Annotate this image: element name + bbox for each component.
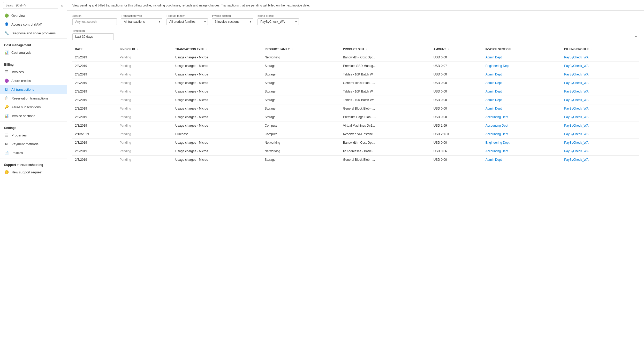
cell-invoice-id: Pending xyxy=(117,96,173,104)
cell-product-sku: General Block Blob - ... xyxy=(340,79,431,87)
cell-billing-profile[interactable]: PayByCheck_WA xyxy=(562,139,639,147)
cell-amount: USD 0.00 xyxy=(431,156,483,164)
cell-billing-profile[interactable]: PayByCheck_WA xyxy=(562,87,639,96)
cell-invoice-id: Pending xyxy=(117,156,173,164)
col-product-family[interactable]: PRODUCT FAMILY ↕ xyxy=(262,45,340,53)
col-product-sku[interactable]: PRODUCT SKU ↕ xyxy=(340,45,431,53)
table-row[interactable]: 2/3/2019PendingUsage charges - MicrosSto… xyxy=(72,96,639,104)
cell-product-family: Storage xyxy=(262,104,340,113)
cell-product-sku: Premium SSD Manag... xyxy=(340,62,431,70)
cell-billing-profile[interactable]: PayByCheck_WA xyxy=(562,79,639,87)
search-input[interactable] xyxy=(3,2,58,9)
cell-billing-profile[interactable]: PayByCheck_WA xyxy=(562,156,639,164)
cell-billing-profile[interactable]: PayByCheck_WA xyxy=(562,104,639,113)
cell-date: 2/3/2019 xyxy=(72,87,117,96)
table-row[interactable]: 2/3/2019PendingUsage charges - MicrosNet… xyxy=(72,147,639,156)
cell-invoice-section[interactable]: Accounting Dept xyxy=(483,130,562,139)
sidebar-item-properties[interactable]: ☰ Properties xyxy=(0,131,67,140)
cell-product-sku: Bandwidth - Cost Opt... xyxy=(340,53,431,62)
cell-invoice-id: Pending xyxy=(117,62,173,70)
cell-invoice-section[interactable]: Admin Dept xyxy=(483,70,562,79)
table-row[interactable]: 2/3/2019PendingUsage charges - MicrosSto… xyxy=(72,104,639,113)
sidebar-item-label: Payment methods xyxy=(11,142,39,146)
cell-date: 2/3/2019 xyxy=(72,70,117,79)
cell-invoice-section[interactable]: Accounting Dept xyxy=(483,121,562,130)
page-description: View pending and billed transactions for… xyxy=(67,0,644,11)
cell-invoice-section[interactable]: Admin Dept xyxy=(483,87,562,96)
timespan-select[interactable]: Last 30 days xyxy=(72,33,114,40)
product-family-select-wrapper: All product families xyxy=(166,18,208,25)
cell-billing-profile[interactable]: PayByCheck_WA xyxy=(562,70,639,79)
table-row[interactable]: 2/3/2019PendingUsage charges - MicrosNet… xyxy=(72,139,639,147)
table-row[interactable]: 2/3/2019PendingUsage charges - MicrosSto… xyxy=(72,70,639,79)
sidebar-item-overview[interactable]: 🟢 Overview xyxy=(0,11,67,20)
sidebar-item-diagnose[interactable]: 🔧 Diagnose and solve problems xyxy=(0,29,67,37)
cell-invoice-section[interactable]: Accounting Dept xyxy=(483,147,562,156)
billing-profile-select[interactable]: PayByCheck_WA xyxy=(257,18,299,25)
col-transaction-type[interactable]: TRANSACTION TYPE ↕ xyxy=(173,45,262,53)
table-row[interactable]: 2/13/2019PendingPurchaseComputeReserved … xyxy=(72,130,639,139)
invoice-section-select[interactable]: 3 invoice sections xyxy=(212,18,253,25)
filters-area: Search Transaction type All transactions… xyxy=(67,11,644,43)
transaction-type-label: Transaction type xyxy=(121,14,162,17)
search-filter-group: Search xyxy=(72,14,117,25)
sidebar-item-label: New support request xyxy=(11,170,42,174)
sidebar-item-access-control[interactable]: 👤 Access control (IAM) xyxy=(0,20,67,29)
cell-billing-profile[interactable]: PayByCheck_WA xyxy=(562,62,639,70)
sidebar-item-label: Azure credits xyxy=(11,79,31,83)
sidebar-item-invoice-sections[interactable]: 📊 Invoice sections xyxy=(0,111,67,120)
sidebar-item-all-transactions[interactable]: 🖥 All transactions xyxy=(0,85,67,94)
table-row[interactable]: 2/3/2019PendingUsage charges - MicrosSto… xyxy=(72,79,639,87)
table-row[interactable]: 2/3/2019PendingUsage charges - MicrosSto… xyxy=(72,156,639,164)
collapse-button[interactable]: « xyxy=(60,2,64,9)
cell-amount: USD 0.00 xyxy=(431,104,483,113)
col-amount[interactable]: AMOUNT ↕ xyxy=(431,45,483,53)
transaction-type-select[interactable]: All transactions xyxy=(121,18,162,25)
col-invoice-id[interactable]: INVOICE ID ↕ xyxy=(117,45,173,53)
cell-invoice-id: Pending xyxy=(117,104,173,113)
table-row[interactable]: 2/3/2019PendingUsage charges - MicrosSto… xyxy=(72,62,639,70)
billing-profile-select-wrapper: PayByCheck_WA xyxy=(257,18,299,25)
cell-billing-profile[interactable]: PayByCheck_WA xyxy=(562,147,639,156)
settings-section: Settings ☰ Properties 🖥 Payment methods … xyxy=(0,122,67,157)
sidebar-item-label: Policies xyxy=(11,151,23,155)
cell-invoice-section[interactable]: Admin Dept xyxy=(483,104,562,113)
cell-billing-profile[interactable]: PayByCheck_WA xyxy=(562,53,639,62)
invoice-section-label: Invoice section xyxy=(212,14,253,17)
table-row[interactable]: 2/3/2019PendingUsage charges - MicrosCom… xyxy=(72,121,639,130)
sidebar-item-azure-credits[interactable]: 🟣 Azure credits xyxy=(0,76,67,85)
cell-invoice-section[interactable]: Admin Dept xyxy=(483,53,562,62)
cell-invoice-section[interactable]: Admin Dept xyxy=(483,79,562,87)
product-family-select[interactable]: All product families xyxy=(166,18,208,25)
cell-amount: USD 0.00 xyxy=(431,79,483,87)
sidebar-item-policies[interactable]: 📄 Policies xyxy=(0,148,67,157)
col-invoice-section[interactable]: INVOICE SECTION ↕ xyxy=(483,45,562,53)
credits-icon: 🟣 xyxy=(4,79,9,83)
table-row[interactable]: 2/3/2019PendingUsage charges - MicrosNet… xyxy=(72,53,639,62)
cell-invoice-section[interactable]: Admin Dept xyxy=(483,96,562,104)
main-content: View pending and billed transactions for… xyxy=(67,0,644,338)
cell-billing-profile[interactable]: PayByCheck_WA xyxy=(562,130,639,139)
col-date[interactable]: DATE ↕ xyxy=(72,45,117,53)
col-billing-profile[interactable]: BILLING PROFILE ↕ xyxy=(562,45,639,53)
cell-invoice-section[interactable]: Engineering Dept xyxy=(483,139,562,147)
sidebar-item-invoices[interactable]: ☰ Invoices xyxy=(0,67,67,76)
cell-invoice-section[interactable]: Engineering Dept xyxy=(483,62,562,70)
sidebar-search-area: « xyxy=(0,0,67,11)
cell-invoice-section[interactable]: Accounting Dept xyxy=(483,113,562,121)
billing-profile-label: Billing profile xyxy=(257,14,299,17)
sidebar-item-new-support[interactable]: 😊 New support request xyxy=(0,168,67,176)
table-row[interactable]: 2/3/2019PendingUsage charges - MicrosSto… xyxy=(72,113,639,121)
sidebar-item-azure-subscriptions[interactable]: 🔑 Azure subscriptions xyxy=(0,103,67,111)
table-body: 2/3/2019PendingUsage charges - MicrosNet… xyxy=(72,53,639,164)
sidebar-item-reservation-transactions[interactable]: 📋 Reservation transactions xyxy=(0,94,67,103)
cell-invoice-section[interactable]: Admin Dept xyxy=(483,156,562,164)
cell-billing-profile[interactable]: PayByCheck_WA xyxy=(562,121,639,130)
sidebar-item-payment-methods[interactable]: 🖥 Payment methods xyxy=(0,140,67,148)
table-row[interactable]: 2/3/2019PendingUsage charges - MicrosSto… xyxy=(72,87,639,96)
search-filter-input[interactable] xyxy=(72,18,117,25)
sidebar-item-cost-analysis[interactable]: 📊 Cost analysis xyxy=(0,48,67,57)
cell-billing-profile[interactable]: PayByCheck_WA xyxy=(562,113,639,121)
cell-billing-profile[interactable]: PayByCheck_WA xyxy=(562,96,639,104)
cell-product-sku: Tables - 10K Batch Wr... xyxy=(340,87,431,96)
